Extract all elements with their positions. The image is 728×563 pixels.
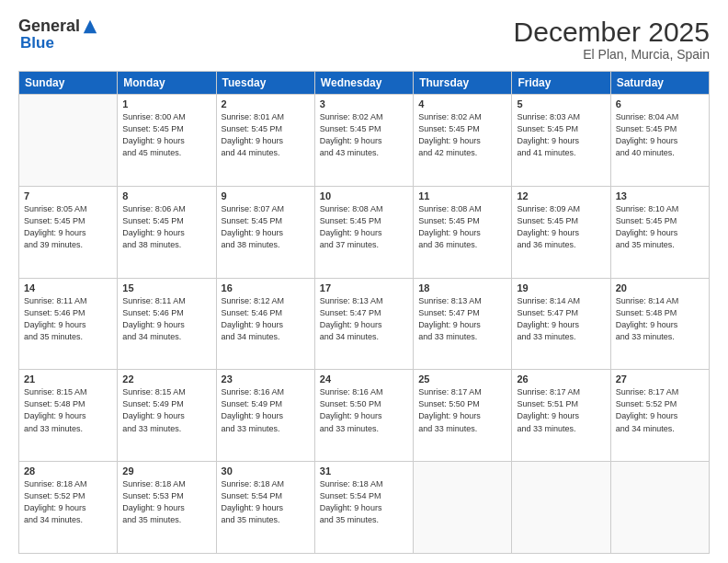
calendar-cell: 4Sunrise: 8:02 AMSunset: 5:45 PMDaylight…	[414, 95, 512, 187]
calendar-subtitle: El Plan, Murcia, Spain	[514, 47, 710, 62]
day-number: 12	[517, 190, 605, 201]
calendar-cell: 14Sunrise: 8:11 AMSunset: 5:46 PMDayligh…	[19, 278, 118, 370]
day-info: Sunrise: 8:13 AMSunset: 5:47 PMDaylight:…	[320, 295, 408, 343]
day-info: Sunrise: 8:18 AMSunset: 5:53 PMDaylight:…	[122, 478, 210, 526]
calendar-cell: 28Sunrise: 8:18 AMSunset: 5:52 PMDayligh…	[19, 462, 118, 554]
day-number: 7	[24, 190, 112, 201]
calendar-header-row: SundayMondayTuesdayWednesdayThursdayFrid…	[19, 72, 710, 95]
logo-blue: Blue	[20, 34, 54, 52]
day-number: 11	[418, 190, 506, 201]
calendar-cell: 17Sunrise: 8:13 AMSunset: 5:47 PMDayligh…	[314, 278, 413, 370]
calendar-cell: 18Sunrise: 8:13 AMSunset: 5:47 PMDayligh…	[414, 278, 512, 370]
day-number: 26	[517, 373, 605, 385]
calendar-cell: 31Sunrise: 8:18 AMSunset: 5:54 PMDayligh…	[314, 462, 413, 554]
svg-marker-0	[84, 19, 97, 32]
day-of-week-header: Saturday	[610, 72, 709, 95]
calendar-week-row: 28Sunrise: 8:18 AMSunset: 5:52 PMDayligh…	[19, 462, 710, 554]
day-of-week-header: Tuesday	[216, 72, 314, 95]
calendar-cell: 22Sunrise: 8:15 AMSunset: 5:49 PMDayligh…	[118, 370, 216, 462]
calendar-cell: 3Sunrise: 8:02 AMSunset: 5:45 PMDaylight…	[314, 95, 413, 187]
day-of-week-header: Wednesday	[314, 72, 413, 95]
day-of-week-header: Friday	[512, 72, 610, 95]
day-info: Sunrise: 8:05 AMSunset: 5:45 PMDaylight:…	[24, 203, 112, 251]
day-number: 5	[517, 98, 605, 109]
calendar-cell: 26Sunrise: 8:17 AMSunset: 5:51 PMDayligh…	[512, 370, 610, 462]
day-info: Sunrise: 8:12 AMSunset: 5:46 PMDaylight:…	[222, 295, 310, 343]
day-info: Sunrise: 8:09 AMSunset: 5:45 PMDaylight:…	[517, 203, 605, 251]
day-info: Sunrise: 8:18 AMSunset: 5:52 PMDaylight:…	[24, 478, 112, 526]
calendar-cell: 30Sunrise: 8:18 AMSunset: 5:54 PMDayligh…	[216, 462, 314, 554]
logo-general: General	[18, 17, 80, 36]
day-number: 22	[122, 373, 210, 385]
day-number: 17	[320, 282, 408, 293]
calendar-week-row: 21Sunrise: 8:15 AMSunset: 5:48 PMDayligh…	[19, 370, 710, 462]
calendar-cell: 10Sunrise: 8:08 AMSunset: 5:45 PMDayligh…	[314, 186, 413, 278]
day-number: 28	[24, 465, 112, 477]
day-number: 10	[320, 190, 408, 201]
day-number: 3	[320, 98, 408, 109]
day-info: Sunrise: 8:10 AMSunset: 5:45 PMDaylight:…	[616, 203, 704, 251]
calendar-cell: 2Sunrise: 8:01 AMSunset: 5:45 PMDaylight…	[216, 95, 314, 187]
day-info: Sunrise: 8:13 AMSunset: 5:47 PMDaylight:…	[418, 295, 506, 343]
day-number: 9	[222, 190, 310, 201]
page: General Blue December 2025 El Plan, Murc…	[0, 0, 728, 563]
calendar-week-row: 1Sunrise: 8:00 AMSunset: 5:45 PMDaylight…	[19, 95, 710, 187]
title-block: December 2025 El Plan, Murcia, Spain	[514, 17, 710, 62]
day-info: Sunrise: 8:01 AMSunset: 5:45 PMDaylight:…	[222, 111, 310, 159]
calendar-cell: 15Sunrise: 8:11 AMSunset: 5:46 PMDayligh…	[118, 278, 216, 370]
day-info: Sunrise: 8:17 AMSunset: 5:50 PMDaylight:…	[418, 386, 506, 434]
logo-icon	[82, 18, 98, 35]
day-of-week-header: Monday	[118, 72, 216, 95]
day-info: Sunrise: 8:02 AMSunset: 5:45 PMDaylight:…	[418, 111, 506, 159]
day-number: 6	[616, 98, 704, 109]
calendar-cell: 20Sunrise: 8:14 AMSunset: 5:48 PMDayligh…	[610, 278, 709, 370]
day-number: 4	[418, 98, 506, 109]
day-number: 2	[222, 98, 310, 109]
header: General Blue December 2025 El Plan, Murc…	[18, 17, 710, 62]
calendar-cell: 29Sunrise: 8:18 AMSunset: 5:53 PMDayligh…	[118, 462, 216, 554]
day-info: Sunrise: 8:03 AMSunset: 5:45 PMDaylight:…	[517, 111, 605, 159]
day-number: 13	[616, 190, 704, 201]
calendar-cell: 23Sunrise: 8:16 AMSunset: 5:49 PMDayligh…	[216, 370, 314, 462]
day-info: Sunrise: 8:08 AMSunset: 5:45 PMDaylight:…	[418, 203, 506, 251]
calendar-week-row: 7Sunrise: 8:05 AMSunset: 5:45 PMDaylight…	[19, 186, 710, 278]
day-number: 29	[122, 465, 210, 477]
day-number: 31	[320, 465, 408, 477]
day-info: Sunrise: 8:02 AMSunset: 5:45 PMDaylight:…	[320, 111, 408, 159]
calendar-cell	[414, 462, 512, 554]
day-number: 14	[24, 282, 112, 293]
calendar-cell: 6Sunrise: 8:04 AMSunset: 5:45 PMDaylight…	[610, 95, 709, 187]
logo-text: General	[18, 17, 98, 36]
calendar-cell: 1Sunrise: 8:00 AMSunset: 5:45 PMDaylight…	[118, 95, 216, 187]
calendar-cell: 16Sunrise: 8:12 AMSunset: 5:46 PMDayligh…	[216, 278, 314, 370]
calendar-title: December 2025	[514, 17, 710, 47]
day-number: 15	[122, 282, 210, 293]
calendar-cell: 5Sunrise: 8:03 AMSunset: 5:45 PMDaylight…	[512, 95, 610, 187]
day-info: Sunrise: 8:08 AMSunset: 5:45 PMDaylight:…	[320, 203, 408, 251]
day-number: 25	[418, 373, 506, 385]
day-info: Sunrise: 8:06 AMSunset: 5:45 PMDaylight:…	[122, 203, 210, 251]
day-info: Sunrise: 8:17 AMSunset: 5:51 PMDaylight:…	[517, 386, 605, 434]
day-info: Sunrise: 8:11 AMSunset: 5:46 PMDaylight:…	[122, 295, 210, 343]
calendar-cell: 9Sunrise: 8:07 AMSunset: 5:45 PMDaylight…	[216, 186, 314, 278]
day-info: Sunrise: 8:14 AMSunset: 5:48 PMDaylight:…	[616, 295, 704, 343]
day-number: 30	[222, 465, 310, 477]
day-info: Sunrise: 8:11 AMSunset: 5:46 PMDaylight:…	[24, 295, 112, 343]
day-info: Sunrise: 8:16 AMSunset: 5:49 PMDaylight:…	[222, 386, 310, 434]
calendar-cell: 7Sunrise: 8:05 AMSunset: 5:45 PMDaylight…	[19, 186, 118, 278]
day-number: 24	[320, 373, 408, 385]
calendar-cell: 13Sunrise: 8:10 AMSunset: 5:45 PMDayligh…	[610, 186, 709, 278]
calendar-cell: 27Sunrise: 8:17 AMSunset: 5:52 PMDayligh…	[610, 370, 709, 462]
calendar-cell: 12Sunrise: 8:09 AMSunset: 5:45 PMDayligh…	[512, 186, 610, 278]
day-number: 23	[222, 373, 310, 385]
day-info: Sunrise: 8:17 AMSunset: 5:52 PMDaylight:…	[616, 386, 704, 434]
calendar-cell: 24Sunrise: 8:16 AMSunset: 5:50 PMDayligh…	[314, 370, 413, 462]
calendar-cell: 25Sunrise: 8:17 AMSunset: 5:50 PMDayligh…	[414, 370, 512, 462]
day-info: Sunrise: 8:16 AMSunset: 5:50 PMDaylight:…	[320, 386, 408, 434]
calendar-cell	[19, 95, 118, 187]
calendar-cell: 11Sunrise: 8:08 AMSunset: 5:45 PMDayligh…	[414, 186, 512, 278]
calendar-cell	[610, 462, 709, 554]
day-info: Sunrise: 8:00 AMSunset: 5:45 PMDaylight:…	[122, 111, 210, 159]
calendar-table: SundayMondayTuesdayWednesdayThursdayFrid…	[18, 71, 710, 554]
day-number: 27	[616, 373, 704, 385]
